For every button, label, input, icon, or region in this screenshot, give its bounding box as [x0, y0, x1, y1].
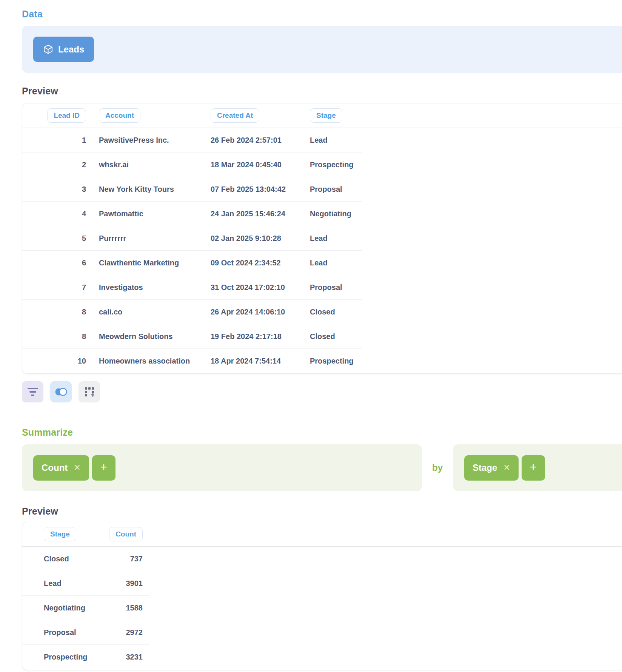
data-source-button[interactable]: Leads [33, 37, 94, 62]
cell-account: cali.co [86, 308, 211, 316]
breakout-panel: Stage ✕ + [453, 444, 622, 491]
custom-column-icon [85, 387, 94, 397]
cell-created-at: 18 Mar 2024 0:45:40 [211, 160, 310, 169]
cube-icon [43, 44, 53, 54]
cell-account: Pawtomattic [86, 210, 211, 218]
remove-breakout-icon[interactable]: ✕ [503, 463, 510, 473]
cell-stage: Lead [22, 579, 89, 588]
plus-icon: + [100, 460, 107, 474]
summary-table-card: Stage Count Closed 737 Lead 3901 Negotia… [22, 522, 622, 670]
table-row: 2 whskr.ai 18 Mar 2024 0:45:40 Prospecti… [22, 153, 362, 177]
preview-table-card: Lead ID Account Created At Stage 1 Pawsi… [22, 103, 622, 374]
cell-count: 737 [130, 555, 143, 563]
cell-created-at: 02 Jan 2025 9:10:28 [211, 234, 310, 243]
query-actions-row [22, 381, 622, 402]
cell-created-at: 19 Feb 2024 2:17:18 [211, 332, 310, 341]
cell-created-at: 31 Oct 2024 17:02:10 [211, 283, 310, 292]
cell-stage: Prospecting [22, 653, 89, 661]
data-section-title: Data [22, 9, 622, 20]
table-row: 1 PawsitivePress Inc. 26 Feb 2024 2:57:0… [22, 128, 362, 153]
join-icon [54, 387, 68, 397]
cell-stage: Closed [22, 555, 89, 563]
table-row: 3 New York Kitty Tours 07 Feb 2025 13:04… [22, 177, 362, 202]
add-aggregation-button[interactable]: + [92, 455, 115, 481]
filter-button[interactable] [22, 381, 43, 402]
cell-count: 2972 [126, 628, 143, 637]
filter-icon [28, 388, 38, 396]
aggregation-button[interactable]: Count ✕ [33, 455, 89, 481]
cell-lead-id: 2 [82, 160, 86, 169]
cell-stage: Lead [310, 136, 362, 145]
cell-stage: Lead [310, 234, 362, 243]
summary-table-header: Stage Count [22, 522, 622, 547]
cell-lead-id: 3 [82, 185, 86, 194]
column-header-stage[interactable]: Stage [44, 527, 76, 541]
cell-account: whskr.ai [86, 160, 211, 169]
summary-row: Closed 737 [22, 547, 149, 571]
summarize-section-title: Summarize [22, 427, 622, 438]
table-row: 5 Purrrrrr 02 Jan 2025 9:10:28 Lead [22, 226, 362, 251]
cell-lead-id: 8 [82, 308, 86, 316]
cell-stage: Proposal [22, 628, 89, 637]
summarize-row: Count ✕ + by Stage ✕ + [22, 444, 622, 491]
cell-created-at: 24 Jan 2025 15:46:24 [211, 210, 310, 218]
cell-created-at: 26 Apr 2024 14:06:10 [211, 308, 310, 316]
cell-lead-id: 5 [82, 234, 86, 243]
cell-stage: Lead [310, 259, 362, 267]
breakout-label: Stage [473, 462, 497, 473]
column-header-count[interactable]: Count [109, 527, 143, 541]
join-data-button[interactable] [50, 381, 72, 402]
cell-created-at: 09 Oct 2024 2:34:52 [211, 259, 310, 267]
add-breakout-button[interactable]: + [522, 455, 545, 481]
remove-aggregation-icon[interactable]: ✕ [74, 463, 80, 473]
summary-row: Proposal 2972 [22, 620, 149, 645]
cell-account: Homeowners association [86, 357, 211, 365]
summary-row: Lead 3901 [22, 571, 149, 596]
column-header-stage[interactable]: Stage [310, 108, 342, 123]
summary-row: Prospecting 3231 [22, 645, 149, 669]
cell-stage: Closed [310, 308, 362, 316]
cell-lead-id: 1 [82, 136, 86, 145]
cell-lead-id: 4 [82, 210, 86, 218]
table-row: 10 Homeowners association 18 Apr 2024 7:… [22, 349, 362, 373]
cell-stage: Negotiating [22, 604, 89, 612]
cell-stage: Closed [310, 332, 362, 341]
aggregation-label: Count [42, 462, 68, 473]
column-header-created-at[interactable]: Created At [211, 108, 259, 123]
summary-row: Negotiating 1588 [22, 596, 149, 620]
table-row: 8 cali.co 26 Apr 2024 14:06:10 Closed [22, 300, 362, 324]
cell-stage: Prospecting [310, 160, 362, 169]
column-header-lead-id[interactable]: Lead ID [47, 108, 86, 123]
breakout-button[interactable]: Stage ✕ [464, 455, 519, 481]
summary-preview-title: Preview [22, 506, 622, 517]
cell-account: PawsitivePress Inc. [86, 136, 211, 145]
cell-lead-id: 7 [82, 283, 86, 292]
cell-stage: Proposal [310, 283, 362, 292]
preview-table-header: Lead ID Account Created At Stage [22, 103, 622, 128]
cell-lead-id: 6 [82, 259, 86, 267]
cell-created-at: 26 Feb 2024 2:57:01 [211, 136, 310, 145]
table-row: 4 Pawtomattic 24 Jan 2025 15:46:24 Negot… [22, 202, 362, 226]
by-label: by [432, 462, 443, 473]
cell-stage: Prospecting [310, 357, 362, 365]
cell-count: 1588 [126, 604, 143, 612]
table-row: 8 Meowdern Solutions 19 Feb 2024 2:17:18… [22, 324, 362, 349]
cell-count: 3901 [126, 579, 143, 588]
cell-created-at: 07 Feb 2025 13:04:42 [211, 185, 310, 194]
plus-icon: + [530, 460, 537, 474]
cell-created-at: 18 Apr 2024 7:54:14 [211, 357, 310, 365]
aggregation-panel: Count ✕ + [22, 444, 422, 491]
data-source-label: Leads [58, 44, 84, 55]
cell-account: Purrrrrr [86, 234, 211, 243]
table-row: 7 Investigatos 31 Oct 2024 17:02:10 Prop… [22, 275, 362, 300]
query-builder-page: Data Leads Preview Lead ID Account Creat… [0, 9, 622, 670]
column-header-account[interactable]: Account [99, 108, 140, 123]
cell-account: Clawthentic Marketing [86, 259, 211, 267]
cell-lead-id: 8 [82, 332, 86, 341]
cell-lead-id: 10 [78, 357, 86, 365]
data-panel: Leads [22, 26, 622, 73]
table-row: 6 Clawthentic Marketing 09 Oct 2024 2:34… [22, 251, 362, 275]
custom-column-button[interactable] [79, 381, 100, 402]
cell-account: New York Kitty Tours [86, 185, 211, 194]
cell-count: 3231 [126, 653, 143, 661]
